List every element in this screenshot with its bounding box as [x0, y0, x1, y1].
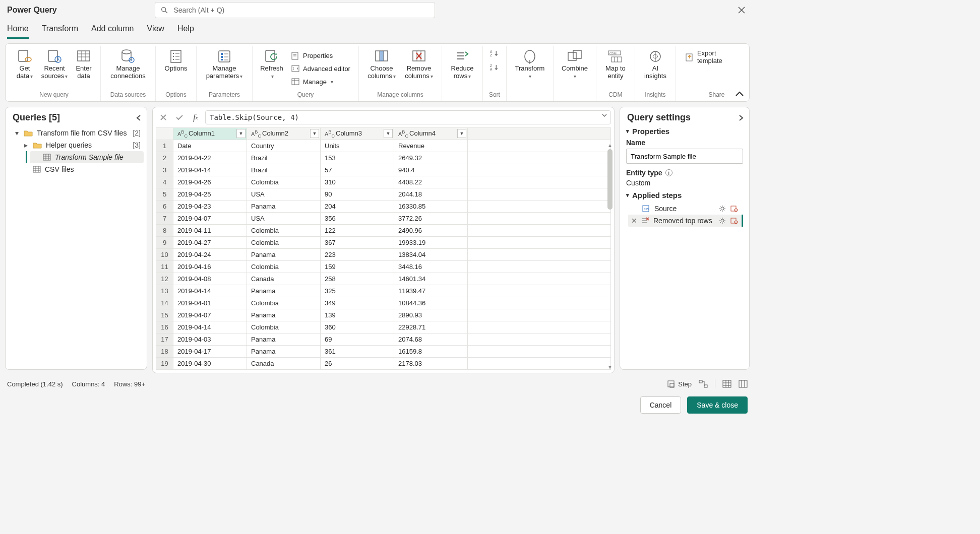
column-filter-button[interactable]: ▼ [236, 129, 246, 138]
row-index[interactable]: 1 [156, 140, 173, 152]
formula-bar[interactable]: Table.Skip(Source, 4) [205, 110, 611, 124]
cell[interactable]: 2019-04-08 [173, 273, 247, 285]
tab-transform[interactable]: Transform [42, 22, 78, 39]
cell[interactable]: Canada [247, 273, 321, 285]
sort-desc-button[interactable]: ZA [488, 62, 501, 73]
cell[interactable]: 16330.85 [394, 201, 468, 213]
step-settings-button[interactable] [719, 205, 726, 212]
vertical-scrollbar[interactable]: ▲ ▼ [607, 143, 613, 370]
map-to-entity-button[interactable]: CDM Map to entity [601, 48, 630, 90]
table-row[interactable]: 142019-04-01Colombia34910844.36 [156, 297, 611, 309]
column-header[interactable]: ABCColumn1▼ [173, 128, 247, 140]
cell[interactable]: 223 [321, 249, 394, 261]
cell[interactable]: Colombia [247, 237, 321, 249]
cell[interactable]: 22928.71 [394, 321, 468, 333]
cell[interactable]: Colombia [247, 225, 321, 237]
cell[interactable]: Colombia [247, 176, 321, 188]
step-settings-button[interactable] [719, 217, 726, 224]
cell[interactable]: 2649.32 [394, 152, 468, 164]
collapse-settings-button[interactable] [738, 114, 744, 121]
cell[interactable]: 2019-04-22 [173, 152, 247, 164]
cell[interactable]: Brazil [247, 164, 321, 176]
ai-insights-button[interactable]: AI insights [640, 48, 670, 90]
cell[interactable]: 19933.19 [394, 237, 468, 249]
cell[interactable]: Panama [247, 249, 321, 261]
tab-home[interactable]: Home [7, 22, 29, 39]
tab-help[interactable]: Help [177, 22, 194, 39]
cell[interactable]: Panama [247, 346, 321, 358]
row-index[interactable]: 3 [156, 164, 173, 176]
get-data-button[interactable]: Get data▾ [13, 48, 37, 90]
cell[interactable]: 258 [321, 273, 394, 285]
row-index[interactable]: 16 [156, 321, 173, 333]
refresh-button[interactable]: Refresh▾ [258, 48, 286, 90]
cell[interactable]: 325 [321, 285, 394, 297]
cell[interactable]: 2490.96 [394, 225, 468, 237]
cell[interactable]: 57 [321, 164, 394, 176]
table-row[interactable]: 1DateCountryUnitsRevenue [156, 140, 611, 152]
cell[interactable]: Colombia [247, 321, 321, 333]
cell[interactable]: 11939.47 [394, 285, 468, 297]
column-filter-button[interactable]: ▼ [310, 129, 319, 138]
cell[interactable]: Panama [247, 333, 321, 346]
table-row[interactable]: 132019-04-14Panama32511939.47 [156, 285, 611, 297]
formula-cancel-button[interactable] [157, 111, 170, 123]
row-index[interactable]: 15 [156, 309, 173, 321]
cell[interactable]: 204 [321, 201, 394, 213]
search-input[interactable]: Search (Alt + Q) [155, 2, 435, 18]
table-row[interactable]: 82019-04-11Colombia1222490.96 [156, 225, 611, 237]
query-item[interactable]: ▾Transform file from CSV files[2] [11, 127, 144, 139]
cell[interactable]: 2019-04-14 [173, 164, 247, 176]
options-button[interactable]: Options [161, 48, 191, 90]
row-index[interactable]: 12 [156, 273, 173, 285]
cell[interactable]: Canada [247, 358, 321, 370]
row-index[interactable]: 19 [156, 358, 173, 370]
manage-parameters-button[interactable]: Manage parameters▾ [202, 48, 247, 90]
cell[interactable]: 16159.8 [394, 346, 468, 358]
cell[interactable]: 2074.68 [394, 333, 468, 346]
enter-data-button[interactable]: Enter data [72, 48, 95, 90]
cell[interactable]: Colombia [247, 261, 321, 273]
row-index[interactable]: 13 [156, 285, 173, 297]
step-button[interactable]: Step [667, 380, 692, 388]
cell[interactable]: 139 [321, 309, 394, 321]
cell[interactable]: 2019-04-14 [173, 285, 247, 297]
formula-fx-button[interactable]: fx [189, 111, 202, 123]
cell[interactable]: 4408.22 [394, 176, 468, 188]
cell[interactable]: 2019-04-27 [173, 237, 247, 249]
choose-columns-button[interactable]: Choose columns▾ [364, 48, 399, 90]
cell[interactable]: Colombia [247, 297, 321, 309]
cell[interactable]: 69 [321, 333, 394, 346]
cell[interactable]: 2019-04-03 [173, 333, 247, 346]
collapse-queries-button[interactable] [136, 114, 142, 121]
cell[interactable]: 2019-04-23 [173, 201, 247, 213]
cell[interactable]: Units [321, 140, 394, 152]
cell[interactable]: 90 [321, 188, 394, 201]
cell[interactable]: 367 [321, 237, 394, 249]
cell[interactable]: Panama [247, 201, 321, 213]
reduce-rows-button[interactable]: Reduce rows▾ [447, 48, 477, 90]
cell[interactable]: 2890.93 [394, 309, 468, 321]
table-row[interactable]: 162019-04-14Colombia36022928.71 [156, 321, 611, 333]
cell[interactable]: 14601.34 [394, 273, 468, 285]
row-index[interactable]: 14 [156, 297, 173, 309]
cell[interactable]: 2019-04-11 [173, 225, 247, 237]
transform-button[interactable]: Transform▾ [512, 48, 548, 90]
cell[interactable]: 2019-04-26 [173, 176, 247, 188]
step-warning-icon[interactable] [730, 205, 738, 212]
column-filter-button[interactable]: ▼ [384, 129, 393, 138]
row-index[interactable]: 7 [156, 213, 173, 225]
row-index[interactable]: 11 [156, 261, 173, 273]
properties-button[interactable]: Properties [288, 50, 353, 62]
column-header[interactable]: ABCColumn4▼ [394, 128, 468, 140]
table-row[interactable]: 92019-04-27Colombia36719933.19 [156, 237, 611, 249]
diagram-view-button[interactable] [699, 380, 708, 388]
tab-add-column[interactable]: Add column [91, 22, 134, 39]
cell[interactable]: 2019-04-17 [173, 346, 247, 358]
column-header[interactable]: ABCColumn2▼ [247, 128, 321, 140]
cell[interactable]: 2019-04-14 [173, 321, 247, 333]
scrollbar-thumb[interactable] [607, 149, 612, 210]
cell[interactable]: Revenue [394, 140, 468, 152]
row-index[interactable]: 8 [156, 225, 173, 237]
row-index[interactable]: 6 [156, 201, 173, 213]
